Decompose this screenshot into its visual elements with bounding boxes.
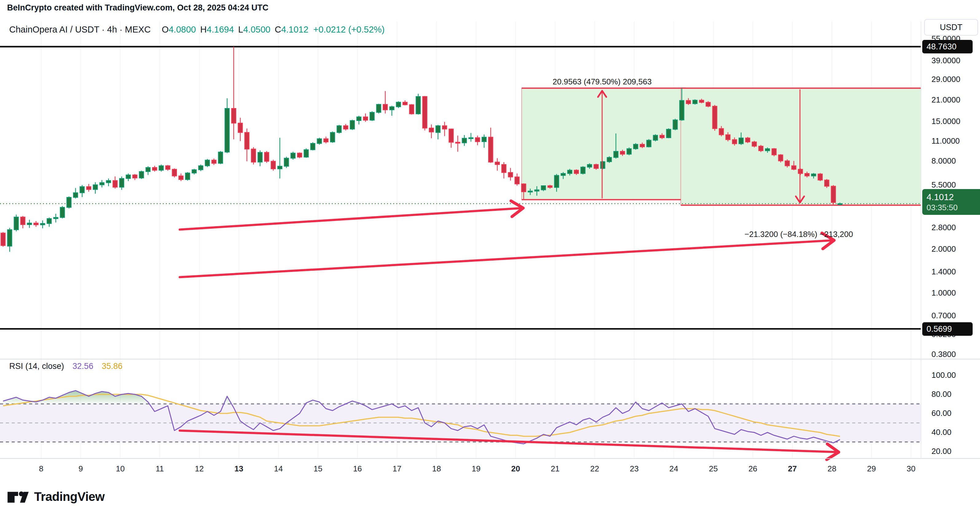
measure-down-annotation[interactable]: −21.3200 (−84.18%) −213,200 (745, 230, 853, 239)
rsi-legend[interactable]: RSI (14, close) 32.56 35.86 (9, 361, 123, 371)
price-tick-label: 0.3800 (931, 350, 956, 359)
time-tick-label: 24 (662, 464, 686, 474)
rsi-value: 32.56 (73, 361, 93, 371)
time-tick-label: 12 (187, 464, 212, 474)
price-tick-label: 29.0000 (931, 74, 960, 84)
price-tick-label: 1.0000 (931, 288, 956, 298)
price-tick-label: 5.5000 (931, 180, 956, 190)
price-tick-label: 8.0000 (931, 156, 956, 166)
time-tick-label: 26 (741, 464, 765, 474)
high-label: H (200, 25, 207, 35)
price-tick-label: 15.0000 (931, 117, 960, 126)
time-tick-label: 18 (424, 464, 449, 474)
time-tick-label: 22 (582, 464, 607, 474)
price-tick-label: 1.4000 (931, 267, 956, 277)
time-tick-label: 16 (345, 464, 370, 474)
price-tick-label: 0.7000 (931, 311, 956, 320)
price-tick-label: 11.0000 (931, 136, 960, 146)
time-tick-label: 28 (819, 464, 844, 474)
rsi-ma-value: 35.86 (102, 361, 123, 371)
time-tick-label: 25 (701, 464, 725, 474)
rsi-tick-label: 80.00 (931, 390, 951, 399)
close-value: 4.1012 (281, 25, 309, 35)
rsi-tick-label: 100.00 (931, 371, 956, 380)
tradingview-logo-text: TradingView (34, 490, 105, 504)
chart-canvas[interactable] (0, 0, 980, 515)
currency-toggle-button[interactable]: USDT (924, 19, 978, 36)
time-tick-label: 11 (148, 464, 172, 474)
time-tick-label: 8 (29, 464, 54, 474)
current-price-label: 4.1012 03:35:50 (922, 189, 980, 215)
rsi-tick-label: 20.00 (931, 447, 951, 456)
time-tick-label: 27 (780, 464, 805, 474)
price-marker-low: 0.5699 (922, 322, 973, 336)
high-value: 4.1694 (207, 25, 234, 35)
rsi-title: RSI (14, close) (9, 361, 64, 371)
tradingview-chart-page: BeInCrypto created with TradingView.com,… (0, 0, 980, 515)
time-tick-label: 30 (899, 464, 923, 474)
time-tick-label: 10 (108, 464, 132, 474)
low-value: 4.0500 (243, 25, 270, 35)
price-tick-label: 2.0000 (931, 244, 956, 254)
low-label: L (238, 25, 243, 35)
time-tick-label: 9 (68, 464, 93, 474)
price-tick-label: 39.0000 (931, 56, 960, 65)
symbol-name: ChainOpera AI / USDT · 4h · MEXC (9, 25, 151, 35)
attribution-title: BeInCrypto created with TradingView.com,… (7, 3, 269, 13)
time-tick-label: 13 (227, 464, 251, 474)
time-tick-label: 15 (305, 464, 330, 474)
rsi-tick-label: 60.00 (931, 409, 951, 418)
change-value: +0.0212 (+0.52%) (313, 25, 385, 35)
time-tick-label: 19 (464, 464, 488, 474)
time-tick-label: 17 (385, 464, 409, 474)
time-tick-label: 14 (266, 464, 291, 474)
rsi-tick-label: 40.00 (931, 428, 951, 437)
symbol-legend[interactable]: ChainOpera AI / USDT · 4h · MEXC O 4.080… (9, 25, 385, 35)
open-value: 4.0800 (169, 25, 196, 35)
close-label: C (275, 25, 281, 35)
time-tick-label: 20 (503, 464, 528, 474)
time-tick-label: 23 (622, 464, 647, 474)
tradingview-logo[interactable]: TradingView (7, 489, 105, 504)
bar-countdown: 03:35:50 (926, 203, 980, 213)
tradingview-logo-icon (7, 489, 30, 504)
price-tick-label: 2.8000 (931, 223, 956, 232)
price-tick-label: 21.0000 (931, 95, 960, 105)
time-tick-label: 21 (543, 464, 567, 474)
open-label: O (162, 25, 169, 35)
price-marker-high: 48.7630 (922, 40, 973, 54)
measure-up-annotation[interactable]: 20.9563 (479.50%) 209,563 (553, 77, 652, 87)
current-price-value: 4.1012 (926, 192, 980, 203)
time-tick-label: 29 (859, 464, 884, 474)
